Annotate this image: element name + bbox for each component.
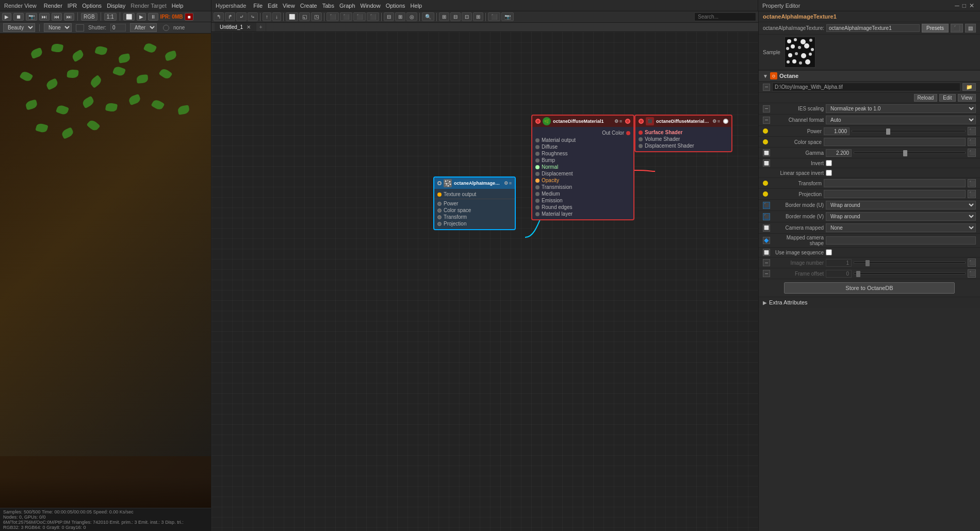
image-seq-expand-icon[interactable]: ⬜ bbox=[763, 249, 770, 256]
frame-offset-connect-icon[interactable]: ⬛ bbox=[968, 269, 976, 278]
frame-offset-input[interactable] bbox=[826, 270, 852, 278]
diffuse-medium-dot[interactable] bbox=[535, 192, 540, 196]
power-slider-track[interactable] bbox=[852, 130, 966, 132]
transform-connect-icon[interactable]: ⬛ bbox=[968, 179, 976, 187]
diffuse-emission-dot[interactable] bbox=[535, 199, 540, 203]
hs-menu-create[interactable]: Create bbox=[298, 3, 319, 9]
texture-menu-icon[interactable]: ≡ bbox=[509, 181, 512, 186]
none-dropdown[interactable]: None bbox=[44, 23, 72, 32]
gamma-value-input[interactable] bbox=[826, 149, 852, 157]
radio-none[interactable] bbox=[163, 25, 169, 31]
hs-tool-21[interactable]: ⊞ bbox=[473, 12, 483, 21]
texture-transform-dot[interactable] bbox=[437, 215, 442, 219]
prop-close-icon[interactable]: ✕ bbox=[969, 2, 974, 9]
view-btn[interactable]: View bbox=[958, 94, 976, 102]
diffuse-bump-dot[interactable] bbox=[535, 158, 540, 163]
hs-tool-23[interactable]: 📷 bbox=[501, 12, 514, 21]
texture-power-dot[interactable] bbox=[437, 202, 442, 206]
hs-tool-2[interactable]: ↱ bbox=[225, 12, 235, 21]
mapped-camera-icon[interactable]: 🔷 bbox=[763, 237, 770, 244]
octane-section-header[interactable]: ▼ O Octane bbox=[759, 70, 980, 82]
tab-close-icon[interactable]: ✕ bbox=[247, 24, 251, 30]
sg-left-port[interactable] bbox=[639, 119, 644, 124]
prop-minimize-icon[interactable]: ─ bbox=[955, 2, 959, 9]
gamma-connect-icon[interactable]: ⬛ bbox=[968, 149, 976, 157]
diffuse-diffuse-dot[interactable] bbox=[535, 145, 540, 149]
projection-connect-icon[interactable]: ⬛ bbox=[968, 190, 976, 198]
render-play-btn[interactable]: ▶ bbox=[2, 13, 11, 21]
hs-menu-options[interactable]: Options bbox=[384, 3, 407, 9]
render-aspect-btn[interactable]: ⬜ bbox=[123, 13, 135, 21]
render-frame-btn[interactable]: ⏭ bbox=[39, 13, 50, 21]
hs-tool-19[interactable]: ⊟ bbox=[450, 12, 461, 21]
render-prev-btn[interactable]: ⏮ bbox=[52, 13, 62, 21]
beauty-dropdown[interactable]: Beauty bbox=[3, 23, 35, 32]
hs-tool-14[interactable]: ⊟ bbox=[384, 12, 394, 21]
diffuse-roughness-dot[interactable] bbox=[535, 152, 540, 156]
diffuse-transmission-dot[interactable] bbox=[535, 185, 540, 189]
diffuse-menu-icon[interactable]: ≡ bbox=[619, 119, 622, 124]
channel-format-dropdown[interactable]: Auto bbox=[826, 116, 976, 124]
diffuse-roundedges-dot[interactable] bbox=[535, 205, 540, 210]
hs-menu-window[interactable]: Window bbox=[358, 3, 383, 9]
border-v-dropdown[interactable]: Wrap around Black color White color Clam… bbox=[826, 212, 976, 221]
hs-tool-3[interactable]: ⤶ bbox=[236, 12, 247, 21]
diffuse-matoutput-dot[interactable] bbox=[535, 138, 540, 142]
sg-right-port[interactable] bbox=[723, 119, 728, 124]
shutter-input[interactable] bbox=[110, 24, 126, 31]
hs-tool-9[interactable]: ◳ bbox=[311, 12, 322, 21]
ies-dropdown[interactable]: Normalize peak to 1.0 bbox=[826, 104, 976, 113]
hs-menu-help[interactable]: Help bbox=[409, 3, 424, 9]
image-num-slider-track[interactable] bbox=[854, 262, 966, 264]
diffuse-settings-icon[interactable]: ⚙ bbox=[614, 119, 618, 124]
presets-button[interactable]: Presets bbox=[922, 24, 949, 33]
border-v-map-icon[interactable]: ⬛ bbox=[763, 213, 770, 220]
hs-tool-22[interactable]: ⬛ bbox=[488, 12, 500, 21]
hs-tool-7[interactable]: ⬜ bbox=[286, 12, 298, 21]
render-next-btn[interactable]: ⏭ bbox=[64, 13, 74, 21]
invert-expand-icon[interactable]: ⬜ bbox=[763, 159, 770, 167]
render-play2-btn[interactable]: ▶ bbox=[137, 13, 146, 21]
sg-volume-dot[interactable] bbox=[639, 137, 643, 141]
texture-output-dot[interactable] bbox=[437, 192, 442, 197]
render-menu-render[interactable]: Render bbox=[42, 3, 64, 9]
hs-tool-16[interactable]: ◎ bbox=[406, 12, 417, 21]
hs-tool-10[interactable]: ⬛ bbox=[326, 12, 339, 21]
texture-node[interactable]: octaneAlphaImageTexture1 ⚙ ≡ Texture out… bbox=[433, 176, 516, 230]
display-icon[interactable] bbox=[76, 24, 84, 31]
render-menu-ipr[interactable]: IPR bbox=[66, 3, 79, 9]
render-stop2-btn[interactable]: ■ bbox=[185, 13, 193, 21]
after-dropdown[interactable]: After bbox=[130, 23, 157, 32]
render-snapshot-btn[interactable]: 📷 bbox=[26, 13, 37, 21]
tab-untitled[interactable]: Untitled_1 ✕ bbox=[215, 23, 256, 31]
hs-tool-20[interactable]: ⊡ bbox=[462, 12, 472, 21]
power-value-input[interactable] bbox=[824, 127, 850, 135]
hs-tool-5[interactable]: ↑ bbox=[263, 12, 271, 21]
diffuse-right-port-top[interactable] bbox=[625, 119, 630, 124]
colorspace-slot[interactable] bbox=[824, 138, 966, 146]
prop-icon-btn-2[interactable]: ▤ bbox=[965, 24, 976, 33]
image-seq-checkbox[interactable] bbox=[826, 249, 832, 255]
tab-add[interactable]: + bbox=[256, 23, 266, 31]
linear-invert-checkbox[interactable] bbox=[826, 170, 832, 176]
frame-offset-collapse-icon[interactable]: ─ bbox=[763, 270, 770, 277]
image-num-input[interactable] bbox=[826, 259, 852, 267]
extra-attributes-section[interactable]: ▶ Extra Attributes bbox=[759, 297, 980, 308]
edit-btn[interactable]: Edit bbox=[939, 94, 955, 102]
file-open-btn[interactable]: 📁 bbox=[962, 83, 976, 91]
mapped-camera-slot[interactable] bbox=[826, 236, 976, 245]
render-ratio-btn[interactable]: 1:1 bbox=[104, 13, 117, 21]
collapse-icon-file[interactable]: ─ bbox=[763, 84, 770, 91]
gamma-expand-icon[interactable]: ⬜ bbox=[763, 149, 770, 156]
render-stop-btn[interactable]: ⏹ bbox=[13, 13, 24, 21]
diffuse-normal-dot[interactable] bbox=[535, 165, 540, 169]
hs-tool-8[interactable]: ◱ bbox=[299, 12, 310, 21]
hs-menu-graph[interactable]: Graph bbox=[337, 3, 357, 9]
invert-checkbox[interactable] bbox=[826, 160, 832, 166]
hs-tool-12[interactable]: ⬛ bbox=[353, 12, 366, 21]
render-menu-options[interactable]: Options bbox=[80, 3, 104, 9]
hs-menu-tabs[interactable]: Tabs bbox=[320, 3, 336, 9]
hs-tool-11[interactable]: ⬛ bbox=[340, 12, 352, 21]
hs-tool-4[interactable]: ⤷ bbox=[248, 12, 258, 21]
hs-menu-view[interactable]: View bbox=[281, 3, 297, 9]
